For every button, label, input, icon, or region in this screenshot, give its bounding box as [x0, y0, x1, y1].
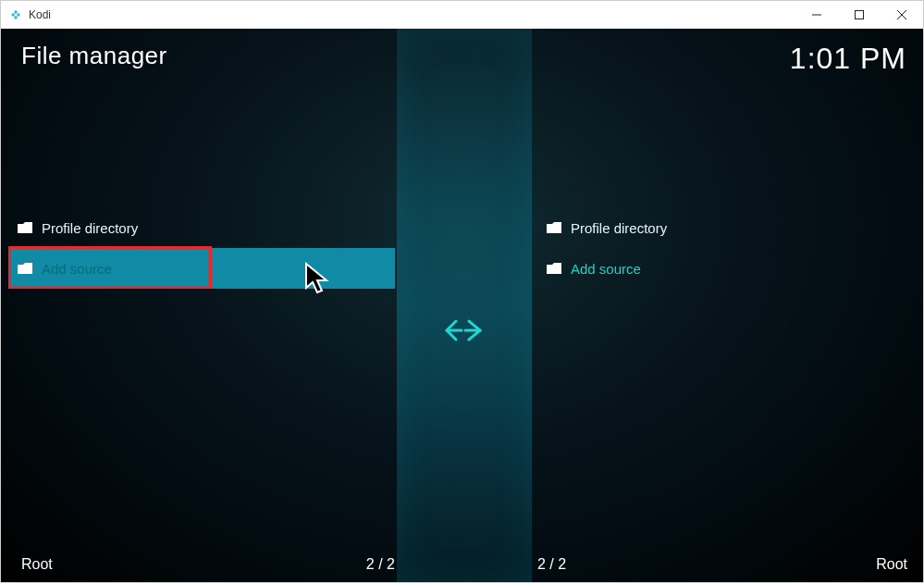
folder-icon: [547, 222, 561, 233]
svg-rect-2: [11, 13, 15, 17]
list-item[interactable]: Profile directory: [8, 207, 395, 248]
add-source[interactable]: Add source: [8, 248, 395, 289]
list-item-label: Profile directory: [42, 220, 138, 236]
list-item-label: Add source: [571, 261, 641, 277]
svg-rect-5: [856, 11, 864, 19]
svg-rect-0: [14, 10, 18, 14]
add-source[interactable]: Add source: [537, 248, 923, 289]
close-button[interactable]: [881, 1, 923, 29]
path-label: Root: [876, 556, 907, 573]
center-beam: [397, 29, 532, 582]
right-footer: 2 / 2 Root: [537, 556, 907, 573]
app-window: Kodi File manager 1:01 PM Profile direct…: [0, 0, 924, 583]
count-label: 2 / 2: [366, 556, 395, 573]
count-label: 2 / 2: [537, 556, 566, 573]
folder-icon: [18, 263, 32, 274]
left-pane: Profile directory Add source: [8, 207, 395, 538]
svg-rect-1: [17, 13, 20, 17]
left-footer: Root 2 / 2: [21, 556, 395, 573]
folder-icon: [547, 263, 561, 274]
folder-icon: [18, 222, 32, 233]
clock: 1:01 PM: [790, 42, 906, 76]
list-item-label: Profile directory: [571, 220, 667, 236]
maximize-button[interactable]: [838, 1, 881, 29]
svg-rect-3: [14, 16, 18, 19]
client-area: File manager 1:01 PM Profile directory A…: [1, 29, 923, 582]
list-item[interactable]: Profile directory: [537, 207, 923, 248]
header: File manager 1:01 PM: [21, 42, 906, 76]
right-pane: Profile directory Add source: [537, 207, 923, 538]
minimize-button[interactable]: [795, 1, 838, 29]
titlebar: Kodi: [1, 1, 923, 29]
list-item-label: Add source: [42, 261, 112, 277]
path-label: Root: [21, 556, 53, 573]
split-arrows-icon: [443, 317, 486, 347]
kodi-logo-icon: [8, 7, 23, 22]
window-title: Kodi: [29, 8, 51, 21]
screen-title: File manager: [21, 42, 167, 70]
